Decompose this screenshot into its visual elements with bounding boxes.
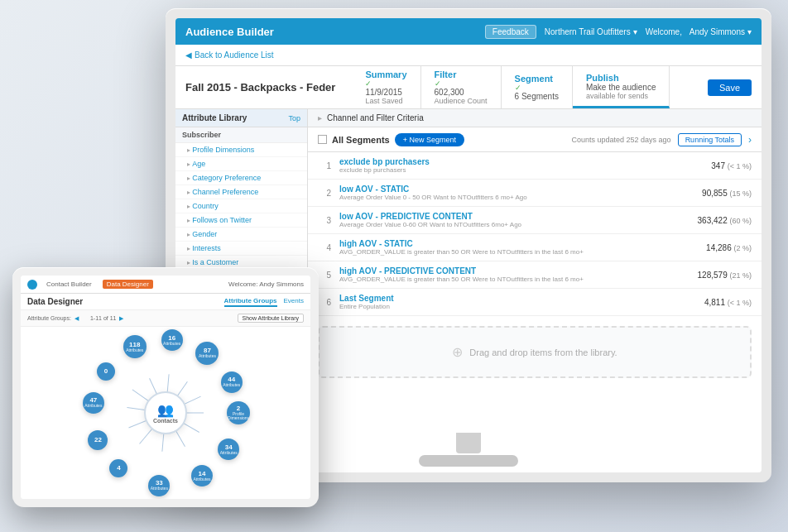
tablet-bezel: Contact Builder Data Designer Welcome: A… — [12, 267, 319, 507]
radial-node[interactable]: 118Attributes — [123, 335, 147, 358]
segment-desc-1: exclude bp purchasers — [339, 166, 677, 174]
segment-count-1: 347 (< 1 %) — [685, 161, 752, 170]
segment-name-1[interactable]: exclude bp purchasers — [339, 157, 677, 166]
running-totals-button[interactable]: Running Totals — [678, 133, 742, 146]
step-filter-sub: Audience Count — [435, 97, 488, 105]
radial-center: 👥 Contacts — [144, 391, 187, 434]
contacts-icon: 👥 — [157, 402, 174, 418]
segment-name-3[interactable]: low AOV - PREDICTIVE CONTENT — [339, 212, 677, 221]
segment-num-5: 5 — [318, 271, 331, 280]
segment-num-6: 6 — [318, 298, 331, 307]
segment-row: 1 exclude bp purchasers exclude bp purch… — [308, 152, 762, 180]
sidebar-item-age[interactable]: Age — [175, 157, 307, 171]
segment-desc-2: Average Order Value 0 - 50 OR Want to NT… — [339, 194, 677, 201]
radial-node[interactable]: 0 — [97, 362, 115, 381]
radial-node[interactable]: 34Attributes — [218, 439, 239, 460]
step-filter[interactable]: Filter ✓ 602,300 Audience Count — [421, 66, 502, 108]
org-dropdown[interactable]: Northern Trail Outfitters — [545, 27, 637, 36]
segment-desc-5: AVG_ORDER_VALUE is greater than 50 OR We… — [339, 276, 677, 283]
monitor-topbar-right: Feedback Northern Trail Outfitters Welco… — [485, 25, 752, 39]
radial-node-num: 22 — [94, 437, 102, 443]
segment-desc-4: AVG_ORDER_VALUE is greater than 50 OR We… — [339, 248, 677, 256]
segment-row: 3 low AOV - PREDICTIVE CONTENT Average O… — [308, 207, 762, 234]
radial-node-label: Attributes — [193, 477, 210, 482]
sidebar-top-link[interactable]: Top — [288, 114, 300, 122]
radial-node[interactable]: 33Attributes — [148, 475, 170, 496]
radial-node[interactable]: 4 — [109, 459, 127, 477]
user-chevron-icon — [747, 27, 752, 36]
step-summary-label: Summary — [365, 69, 406, 79]
sidebar-item-follows-twitter[interactable]: Follows on Twitter — [175, 213, 307, 228]
step-segment[interactable]: Segment ✓ 6 Segments — [502, 66, 573, 108]
radial-node-num: 0 — [104, 368, 108, 375]
expand-icon[interactable]: ▸ — [318, 113, 322, 122]
steps-bar: Fall 2015 - Backpacks - Feder Summary ✓ … — [175, 66, 762, 109]
tab-events[interactable]: Events — [284, 297, 304, 307]
segment-row: 5 high AOV - PREDICTIVE CONTENT AVG_ORDE… — [308, 261, 762, 289]
tablet-nav-tabs: Attribute Groups Events — [224, 297, 304, 307]
segment-info-2: low AOV - STATIC Average Order Value 0 -… — [339, 185, 677, 201]
toolbar-right: Counts updated 252 days ago Running Tota… — [572, 133, 752, 146]
tab-contact-builder[interactable]: Contact Builder — [42, 280, 96, 289]
save-button[interactable]: Save — [708, 79, 752, 96]
step-publish-value: Make the audience — [586, 83, 656, 92]
welcome-text: Welcome, — [646, 27, 682, 36]
user-dropdown[interactable]: Welcome, Andy Simmons — [646, 27, 752, 36]
step-filter-value: 602,300 — [435, 88, 488, 97]
sidebar-item-interests[interactable]: Interests — [175, 242, 307, 256]
segment-row: 4 high AOV - STATIC AVG_ORDER_VALUE is g… — [308, 234, 762, 261]
step-filter-check: ✓ — [435, 79, 488, 88]
show-attribute-library-button[interactable]: Show Attribute Library — [238, 314, 304, 323]
segment-num-2: 2 — [318, 189, 331, 198]
radial-node-label: Attributes — [199, 354, 216, 358]
radial-node[interactable]: 87Attributes — [195, 342, 219, 365]
segment-name-5[interactable]: high AOV - PREDICTIVE CONTENT — [339, 266, 677, 276]
tablet-logo: Contact Builder Data Designer — [27, 280, 153, 290]
step-publish-sub: available for sends — [586, 92, 656, 100]
next-arrow-icon[interactable]: › — [748, 134, 752, 146]
sidebar-item-channel-pref[interactable]: Channel Preference — [175, 185, 307, 199]
tab-data-designer[interactable]: Data Designer — [103, 280, 153, 289]
segment-count-3: 363,422 (60 %) — [685, 216, 752, 225]
segment-row: 6 Last Segment Entire Population 4,811 (… — [308, 289, 762, 316]
back-label: Back to Audience List — [195, 50, 274, 60]
drop-zone: ⊕ Drag and drop items from the library. — [318, 326, 752, 378]
segment-count-6: 4,811 (< 1 %) — [685, 298, 752, 307]
next-icon[interactable]: ▶ — [119, 315, 123, 322]
feedback-button[interactable]: Feedback — [485, 25, 536, 39]
monitor-base — [419, 455, 518, 467]
radial-node-label: Attributes — [223, 383, 240, 387]
segment-desc-6: Entire Population — [339, 303, 677, 310]
radial-node[interactable]: 2Profile Dimensions — [227, 401, 250, 424]
segment-name-2[interactable]: low AOV - STATIC — [339, 185, 677, 194]
channel-bar-label: Channel and Filter Criteria — [327, 113, 424, 122]
radial-node[interactable]: 44Attributes — [221, 371, 243, 393]
select-all-checkbox[interactable] — [318, 135, 327, 144]
tablet-app-tabs: Contact Builder Data Designer — [42, 280, 153, 289]
monitor-neck — [456, 433, 481, 453]
tab-attribute-groups[interactable]: Attribute Groups — [224, 297, 277, 307]
sidebar-item-country[interactable]: Country — [175, 199, 307, 213]
sidebar-item-profile-dimensions[interactable]: Profile Dimensions — [175, 143, 307, 157]
segment-info-5: high AOV - PREDICTIVE CONTENT AVG_ORDER_… — [339, 266, 677, 283]
radial-node[interactable]: 22 — [88, 430, 108, 450]
drop-icon: ⊕ — [452, 344, 463, 360]
segment-info-6: Last Segment Entire Population — [339, 294, 677, 310]
segment-name-4[interactable]: high AOV - STATIC — [339, 239, 677, 248]
new-segment-button[interactable]: + New Segment — [395, 133, 464, 146]
monitor-subheader: ◀ Back to Audience List — [175, 45, 762, 66]
back-to-list-link[interactable]: ◀ Back to Audience List — [185, 50, 274, 60]
sidebar-item-category-pref[interactable]: Category Preference — [175, 171, 307, 185]
prev-icon[interactable]: ◀ — [74, 315, 79, 322]
segment-count-4: 14,286 (2 %) — [685, 243, 752, 252]
step-publish[interactable]: Publish Make the audience available for … — [573, 66, 670, 108]
sidebar-item-gender[interactable]: Gender — [175, 228, 307, 242]
segment-name-6[interactable]: Last Segment — [339, 294, 677, 303]
segment-info-3: low AOV - PREDICTIVE CONTENT Average Ord… — [339, 212, 677, 228]
step-summary[interactable]: Summary ✓ 11/9/2015 Last Saved — [352, 66, 420, 108]
monitor-stand — [419, 433, 518, 466]
radial-node-label: Attributes — [84, 404, 102, 408]
radial-node[interactable]: 16Attributes — [161, 329, 183, 351]
radial-node[interactable]: 14Attributes — [191, 465, 213, 486]
radial-node[interactable]: 47Attributes — [83, 392, 104, 414]
